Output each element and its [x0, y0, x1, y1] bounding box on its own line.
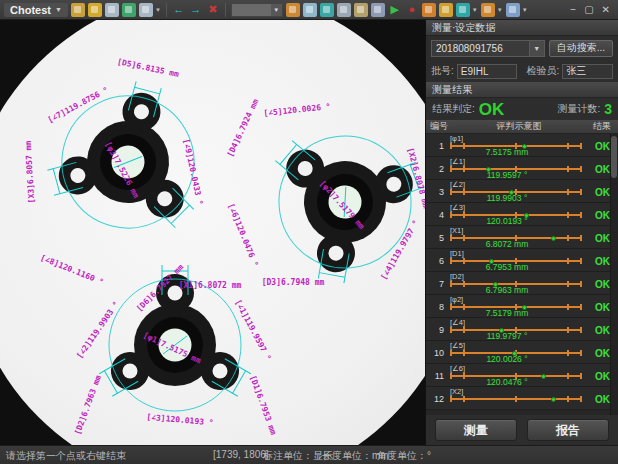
table-row[interactable]: 3[∠2]119.9903 °OK: [426, 180, 618, 203]
feature-label: [∠1]: [450, 157, 465, 166]
results-table-body[interactable]: 1[φ1]7.5175 mmOK2[∠1]119.9597 °OK3[∠2]11…: [426, 134, 618, 415]
table-row[interactable]: 8[φ2]7.5179 mmOK: [426, 295, 618, 318]
row-result: OK: [595, 279, 610, 290]
chevron-down-icon[interactable]: ▼: [155, 7, 161, 13]
circle-tool-icon[interactable]: [456, 3, 470, 17]
app-menu-label: Chotest: [10, 4, 51, 16]
record-icon[interactable]: ●: [405, 3, 419, 17]
measure-button[interactable]: 测量: [435, 419, 517, 441]
table-row[interactable]: 1[φ1]7.5175 mmOK: [426, 134, 618, 157]
batch-field[interactable]: E9IHL: [457, 64, 518, 79]
inspector-field[interactable]: 张三: [562, 64, 613, 79]
table-row[interactable]: 6[D1]6.7953 mmOK: [426, 249, 618, 272]
app-menu-button[interactable]: Chotest ▼: [4, 3, 68, 17]
feature-label: [∠6]: [450, 364, 465, 373]
chevron-down-icon[interactable]: ▼: [497, 7, 503, 13]
dimension-label: [φ2]7.5179 mm: [318, 179, 367, 232]
statusbar: 请选择第一个点或右键结束 [1739, 1806] 标注单位：显示 长度单位：m…: [0, 445, 618, 464]
open-icon[interactable]: [71, 3, 85, 17]
table-row[interactable]: 2[∠1]119.9597 °OK: [426, 157, 618, 180]
saveas-icon[interactable]: [139, 3, 153, 17]
grid-icon[interactable]: [320, 3, 334, 17]
display-icon[interactable]: [337, 3, 351, 17]
edit-icon[interactable]: [122, 3, 136, 17]
camera-icon[interactable]: [371, 3, 385, 17]
batch-label: 批号:: [431, 64, 454, 78]
row-result: OK: [595, 233, 610, 244]
undo-icon[interactable]: ←: [172, 3, 186, 17]
toolbar-view-select[interactable]: ▼: [231, 3, 283, 17]
scrollbar-thumb[interactable]: [611, 136, 617, 178]
window-controls: − ▢ ✕: [570, 5, 614, 15]
feature-label: [φ1]: [450, 134, 463, 143]
dataset-select[interactable]: 201808091756 ▼: [431, 40, 545, 57]
row-result: OK: [595, 187, 610, 198]
dimension-label: [D4]6.7924 mm: [226, 98, 261, 159]
list-icon[interactable]: [354, 3, 368, 17]
chotest-window: Chotest ▼ ▼←→✖▼▶●▼▼▼ − ▢ ✕: [0, 0, 618, 464]
dimension-label: [∠4]119.9797 °: [379, 219, 421, 282]
row-result: OK: [595, 256, 610, 267]
select-icon[interactable]: [439, 3, 453, 17]
chevron-down-icon[interactable]: ▼: [472, 7, 478, 13]
table-row[interactable]: 7[D2]6.7963 mmOK: [426, 272, 618, 295]
row-result: OK: [595, 210, 610, 221]
dimension-label: [X3]6.8057 mm: [24, 140, 36, 203]
table-row[interactable]: 5[X1]6.8072 mmOK: [426, 226, 618, 249]
dataset-value: 201808091756: [432, 43, 529, 54]
chevron-down-icon[interactable]: ▼: [522, 7, 528, 13]
chevron-down-icon[interactable]: ▼: [271, 4, 282, 16]
col-result: 结果: [586, 120, 618, 133]
row-result: OK: [595, 141, 610, 152]
angle-unit: 角度单位：°: [377, 449, 431, 463]
maximize-button[interactable]: ▢: [584, 5, 593, 15]
user-icon[interactable]: [506, 3, 520, 17]
judgement-value: OK: [479, 101, 505, 118]
measured-value: 119.9797 °: [426, 331, 588, 341]
feature-label: [X1]: [450, 226, 463, 235]
table-row[interactable]: 10[∠5]120.0026 °OK: [426, 341, 618, 364]
inspector-label: 检验员:: [526, 64, 559, 78]
report-button[interactable]: 报告: [527, 419, 609, 441]
measurement-canvas[interactable]: [D5]6.8135 mm[∠7]119.8756 °[∠9]120.0433 …: [0, 20, 425, 445]
table-row[interactable]: 9[∠4]119.9797 °OK: [426, 318, 618, 341]
redo-icon[interactable]: →: [189, 3, 203, 17]
save-icon[interactable]: [105, 3, 119, 17]
feature-label: [D2]: [450, 272, 464, 281]
auto-search-button[interactable]: 自动搜索...: [549, 40, 613, 57]
measured-marker: [551, 397, 556, 402]
count-label: 测量计数:: [557, 102, 600, 116]
feature-label: [∠3]: [450, 203, 465, 212]
feature-label: [D1]: [450, 249, 464, 258]
measured-value: 6.7953 mm: [426, 262, 588, 272]
dimension-label: [∠8]120.1160 °: [39, 253, 105, 287]
zoom-icon[interactable]: [303, 3, 317, 17]
image-icon[interactable]: [286, 3, 300, 17]
dimension-label: [∠1]119.9597 °: [233, 298, 273, 362]
minimize-button[interactable]: −: [570, 5, 576, 15]
close-button[interactable]: ✕: [602, 5, 610, 15]
table-row[interactable]: 4[∠3]120.0193 °OK: [426, 203, 618, 226]
feature-label: [∠5]: [450, 341, 465, 350]
table-row[interactable]: 11[∠6]120.0476 °OK: [426, 364, 618, 387]
dimension-label: [D5]6.8135 mm: [116, 57, 179, 79]
judgement-label: 结果判定:: [432, 102, 475, 116]
toolbar-separator: [166, 3, 167, 17]
titlebar: Chotest ▼ ▼←→✖▼▶●▼▼▼ − ▢ ✕: [0, 0, 618, 20]
measured-value: 119.9597 °: [426, 170, 588, 180]
delete-icon[interactable]: ✖: [206, 3, 220, 17]
table-row[interactable]: 12[X2]OK: [426, 387, 618, 410]
library-icon[interactable]: [88, 3, 102, 17]
row-result: OK: [595, 164, 610, 175]
dimension-label: [D2]6.7963 mm: [73, 374, 103, 436]
dimension-label: [D1]6.7953 mm: [248, 374, 278, 436]
chevron-down-icon[interactable]: ▼: [529, 41, 544, 56]
dimension-label: [φ3]7.5226 mm: [103, 140, 140, 200]
scrollbar[interactable]: [610, 134, 618, 415]
row-result: OK: [595, 302, 610, 313]
layer-icon[interactable]: [481, 3, 495, 17]
run-icon[interactable]: ▶: [388, 3, 402, 17]
hand-icon[interactable]: [422, 3, 436, 17]
dimension-label: [X2]6.8078 mm: [406, 147, 425, 210]
row-result: OK: [595, 325, 610, 336]
